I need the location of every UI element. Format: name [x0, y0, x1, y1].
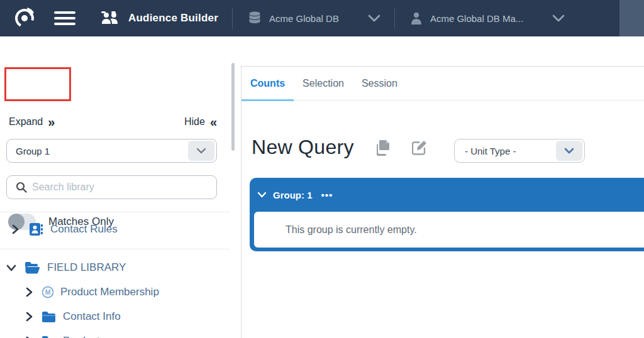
open-folder-icon — [25, 261, 40, 274]
folder-icon — [42, 335, 55, 338]
search-box — [6, 175, 217, 199]
app-section: Audience Builder — [101, 11, 218, 25]
user-icon — [410, 11, 423, 25]
group-header[interactable]: Group: 1 ••• — [250, 178, 644, 212]
navbar-right-panel — [619, 0, 644, 36]
search-icon — [16, 182, 27, 193]
chevron-down-icon — [552, 14, 565, 22]
expand-chevrons-icon: » — [48, 116, 55, 128]
chevron-down-icon — [368, 14, 380, 22]
database-selector-value: Acme Global DB — [269, 13, 339, 24]
edit-icon — [412, 139, 428, 155]
tab-bar: Counts Selection Session — [242, 66, 644, 101]
folder-icon — [42, 311, 55, 322]
tree-item-products[interactable]: Products — [24, 332, 105, 338]
group-card: Group: 1 ••• This group is currently emp… — [250, 178, 644, 251]
hide-button[interactable]: Hide « — [184, 116, 217, 128]
tree-item-label: Contact Info — [63, 310, 121, 323]
tree-item-label: Product Membership — [60, 286, 159, 298]
tree-item-label: Products — [63, 335, 105, 338]
user-context-selector[interactable]: Acme Global DB Ma... — [410, 11, 565, 25]
tree-item-label: Contact Rules — [50, 223, 118, 236]
group-body: This group is currently empty. — [254, 212, 644, 248]
expand-label: Expand — [9, 116, 43, 128]
sidebar-divider — [0, 212, 230, 212]
tree-item-contact-info[interactable]: Contact Info — [24, 307, 121, 326]
database-selector[interactable]: Acme Global DB — [248, 11, 380, 26]
group-menu-ellipsis-icon[interactable]: ••• — [321, 190, 333, 200]
library-sidebar: Expand » Hide « Group 1 Matches Only — [0, 36, 241, 338]
unit-type-select[interactable]: - Unit Type - — [454, 139, 585, 163]
chevron-down-icon — [188, 141, 214, 161]
hide-chevrons-icon: « — [210, 116, 217, 128]
tree-item-field-library[interactable]: FIELD LIBRARY — [6, 258, 126, 277]
search-input[interactable] — [32, 182, 216, 193]
tree-item-label: FIELD LIBRARY — [47, 261, 126, 274]
collapse-chevron-icon — [257, 192, 267, 198]
tab-selection[interactable]: Selection — [294, 67, 353, 100]
sidebar-divider — [0, 249, 230, 249]
chevron-down-icon — [556, 141, 582, 161]
chevron-right-icon — [10, 224, 20, 234]
copy-icon — [375, 139, 391, 156]
group-empty-message: This group is currently empty. — [286, 224, 417, 236]
query-title: New Query — [252, 136, 354, 159]
audience-users-icon — [101, 11, 119, 25]
group-select-value: Group 1 — [16, 146, 188, 156]
app-title: Audience Builder — [128, 12, 218, 25]
expand-button[interactable]: Expand » — [9, 116, 55, 128]
user-context-value: Acme Global DB Ma... — [430, 13, 523, 24]
tree-item-product-membership[interactable]: M Product Membership — [24, 283, 159, 302]
edit-query-button[interactable] — [412, 139, 428, 155]
tree-item-contact-rules[interactable]: Contact Rules — [10, 220, 118, 239]
navbar-divider — [232, 8, 233, 29]
svg-text:M: M — [45, 288, 51, 296]
group-title: Group: 1 — [273, 190, 313, 200]
sidebar-scrollbar-thumb[interactable] — [231, 63, 235, 151]
top-navbar: Audience Builder Acme Global DB Acme Glo… — [0, 0, 644, 36]
hide-label: Hide — [184, 116, 205, 128]
navbar-divider — [394, 8, 395, 29]
copy-query-button[interactable] — [375, 139, 391, 156]
panel-border — [241, 66, 242, 338]
database-icon — [248, 11, 262, 26]
chevron-right-icon — [24, 312, 34, 322]
tab-counts[interactable]: Counts — [242, 67, 294, 100]
contact-book-icon — [29, 222, 43, 236]
membership-m-icon: M — [42, 286, 54, 298]
hamburger-menu-icon[interactable] — [54, 11, 75, 25]
query-panel: Counts Selection Session New Query - Uni… — [241, 36, 644, 338]
group-select[interactable]: Group 1 — [6, 139, 217, 163]
chevron-down-icon — [6, 264, 16, 271]
tab-session[interactable]: Session — [353, 67, 406, 100]
unit-type-value: - Unit Type - — [465, 146, 556, 156]
chevron-right-icon — [24, 287, 34, 297]
app-logo-icon[interactable] — [10, 4, 39, 33]
